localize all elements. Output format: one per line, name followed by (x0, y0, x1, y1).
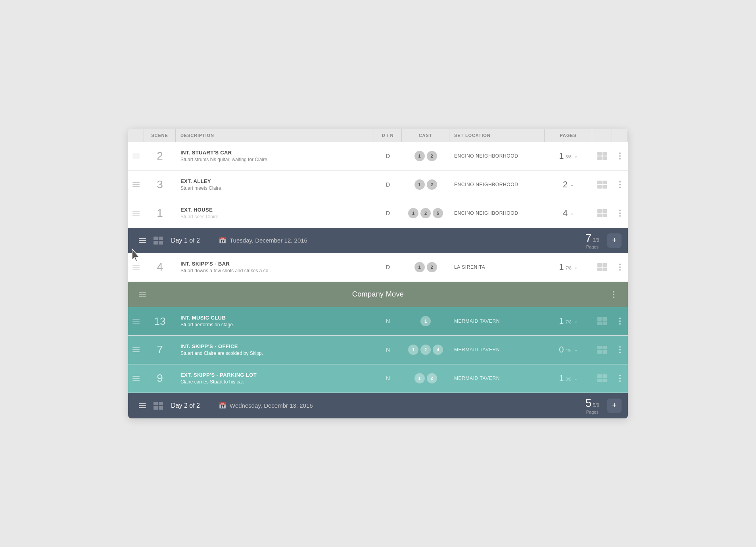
more-options-company-move[interactable] (606, 287, 622, 302)
cast-badge: 1 (408, 208, 418, 218)
day-pages-1: 7 3/8 Pages (585, 232, 599, 249)
scene-pages-1: 4 ⌄ (545, 204, 592, 222)
storyboard-icon-4[interactable] (592, 259, 612, 275)
storyboard-icon-2[interactable] (592, 148, 612, 164)
scene-description-13: INT. MUSIC CLUB Stuart performs on stage… (176, 311, 374, 331)
scene-number-9: 9 (144, 368, 176, 389)
more-options-2[interactable] (612, 148, 628, 164)
chevron-down-icon[interactable]: ⌄ (570, 210, 574, 216)
day-label-2: Day 2 of 2 (171, 402, 219, 409)
chevron-down-icon[interactable]: ⌄ (574, 347, 578, 352)
scene-description-4: INT. SKIPP'S - BAR Stuart downs a few sh… (176, 257, 374, 277)
cast-badge: 1 (414, 373, 425, 383)
add-scene-button-2[interactable]: + (607, 399, 622, 413)
drag-handle-3[interactable] (128, 177, 144, 193)
scene-number-1: 1 (144, 203, 176, 223)
cast-badge: 4 (433, 345, 443, 355)
scene-location-9: MERMAID TAVERN (449, 372, 545, 385)
calendar-icon: 📅 (219, 402, 226, 409)
header-more (612, 129, 628, 142)
day-1-bar: Day 1 of 2 📅 Tuesday, December 12, 2016 … (128, 228, 628, 253)
header-pages: PAGES (545, 129, 592, 142)
header-cast: CAST (402, 129, 449, 142)
more-options-1[interactable] (612, 206, 628, 221)
table-row: 13 INT. MUSIC CLUB Stuart performs on st… (128, 307, 628, 336)
header-description: DESCRIPTION (176, 129, 374, 142)
more-options-4[interactable] (612, 260, 628, 275)
day-drag-2[interactable] (134, 402, 150, 410)
scene-cast-9: 1 2 (402, 369, 449, 387)
storyboard-icon-13[interactable] (592, 313, 612, 329)
cast-badge: 2 (427, 179, 437, 190)
cast-badge: 2 (427, 262, 437, 272)
scene-description-1: EXT. HOUSE Stuart sees Claire. (176, 203, 374, 223)
drag-handle-1[interactable] (128, 205, 144, 221)
drag-handle-2[interactable] (128, 148, 144, 164)
storyboard-icon-3[interactable] (592, 177, 612, 193)
scene-number-4: 4 (144, 257, 176, 277)
storyboard-icon-1[interactable] (592, 205, 612, 221)
scene-number-7: 7 (144, 339, 176, 360)
day-date-2: 📅 Wednesday, Decembr 13, 2016 (219, 402, 585, 409)
drag-handle-9[interactable] (128, 370, 144, 386)
table-row: 4 INT. SKIPP'S - BAR Stuart downs a few … (128, 253, 628, 282)
scene-location-2: ENCINO NEIGHBORHOOD (449, 149, 545, 163)
scene-description-3: EXT. ALLEY Stuart meets Claire. (176, 174, 374, 195)
day-date-1: 📅 Tuesday, December 12, 2016 (219, 237, 585, 244)
day-drag-1[interactable] (134, 237, 150, 245)
add-scene-button-1[interactable]: + (607, 233, 622, 248)
drag-handle-7[interactable] (128, 342, 144, 358)
scene-dn-13: N (374, 314, 402, 328)
scene-cast-2: 1 2 (402, 147, 449, 165)
table-row: 3 EXT. ALLEY Stuart meets Claire. D 1 2 … (128, 171, 628, 199)
more-options-7[interactable] (612, 342, 628, 357)
storyboard-icon-7[interactable] (592, 342, 612, 358)
cast-badge: 5 (433, 208, 443, 218)
scene-description-7: INT. SKIPP'S - OFFICE Stuart and Claire … (176, 339, 374, 360)
header-dn: D / N (374, 129, 402, 142)
table-row: 7 INT. SKIPP'S - OFFICE Stuart and Clair… (128, 336, 628, 364)
cast-badge: 1 (420, 316, 431, 326)
drag-handle-4[interactable] (128, 259, 144, 275)
more-options-9[interactable] (612, 371, 628, 386)
calendar-icon: 📅 (219, 237, 226, 244)
scene-cast-1: 1 2 5 (402, 204, 449, 222)
cast-badge: 2 (420, 345, 431, 355)
scene-dn-7: N (374, 343, 402, 357)
scene-description-9: EXT. SKIPP'S - PARKING LOT Claire carrie… (176, 368, 374, 389)
scene-pages-9: 1 3/8 ⌄ (545, 369, 592, 387)
chevron-down-icon[interactable]: ⌄ (574, 264, 578, 270)
company-move-drag[interactable] (134, 287, 150, 302)
scene-location-1: ENCINO NEIGHBORHOOD (449, 206, 545, 220)
scene-location-13: MERMAID TAVERN (449, 314, 545, 328)
day-label-1: Day 1 of 2 (171, 237, 219, 244)
storyboard-icon-9[interactable] (592, 370, 612, 386)
day-storyboard-2[interactable] (150, 402, 166, 410)
more-options-3[interactable] (612, 177, 628, 192)
scene-dn-2: D (374, 149, 402, 163)
scene-pages-4: 1 7/8 ⌄ (545, 258, 592, 276)
cast-badge: 1 (414, 262, 425, 272)
scene-cast-13: 1 (402, 312, 449, 330)
drag-handle-13[interactable] (128, 313, 144, 329)
header-storyboard (592, 129, 612, 142)
chevron-down-icon[interactable]: ⌄ (574, 376, 578, 381)
day-storyboard-1[interactable] (150, 237, 166, 245)
scene-cast-7: 1 2 4 (402, 341, 449, 359)
scene-location-7: MERMAID TAVERN (449, 343, 545, 356)
scene-dn-3: D (374, 177, 402, 192)
scene-location-3: ENCINO NEIGHBORHOOD (449, 178, 545, 191)
header-scene: SCENE (144, 129, 176, 142)
scene-pages-7: 0 4/8 ⌄ (545, 341, 592, 359)
chevron-down-icon[interactable]: ⌄ (574, 318, 578, 324)
table-row: 1 EXT. HOUSE Stuart sees Claire. D 1 2 5… (128, 199, 628, 228)
cast-badge: 1 (408, 345, 418, 355)
scene-dn-1: D (374, 206, 402, 220)
chevron-down-icon[interactable]: ⌄ (574, 153, 578, 159)
cast-badge: 1 (414, 151, 425, 161)
scene-number-2: 2 (144, 146, 176, 166)
chevron-down-icon[interactable]: ⌄ (570, 182, 574, 187)
scene-pages-2: 1 3/8 ⌄ (545, 147, 592, 165)
more-options-13[interactable] (612, 314, 628, 329)
scene-dn-4: D (374, 260, 402, 274)
